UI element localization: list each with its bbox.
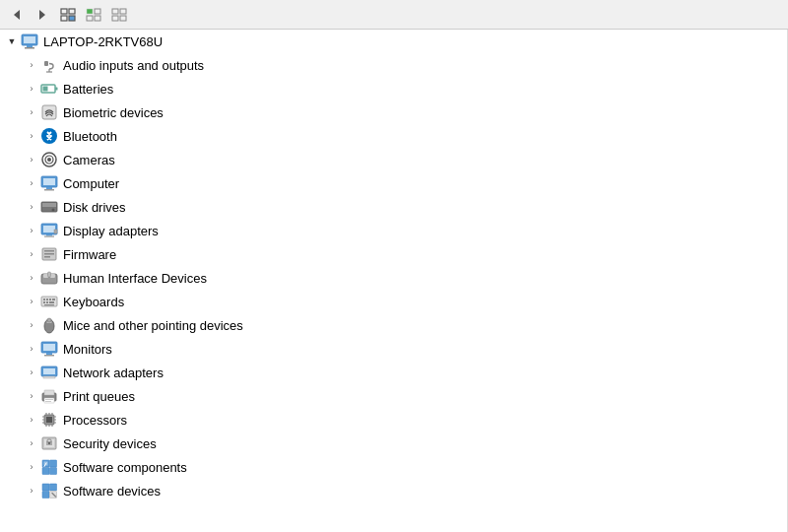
- tree-item-network[interactable]: › Network adapters: [0, 361, 787, 384]
- tree-panel[interactable]: ▼ LAPTOP-2RKTV68U ›: [0, 30, 788, 532]
- icon-audio: [39, 55, 59, 75]
- svg-rect-63: [46, 353, 52, 355]
- svg-rect-98: [42, 492, 49, 499]
- svg-rect-10: [112, 9, 118, 14]
- svg-rect-37: [43, 226, 55, 233]
- svg-rect-95: [50, 468, 57, 475]
- check-button[interactable]: [83, 4, 104, 26]
- forward-button[interactable]: [32, 4, 53, 26]
- svg-rect-54: [43, 301, 45, 303]
- chevron-softwarecomp: ›: [24, 459, 39, 475]
- svg-rect-9: [95, 16, 100, 21]
- svg-rect-16: [27, 45, 33, 47]
- chevron-mice: ›: [24, 317, 39, 333]
- label-firmware: Firmware: [63, 247, 116, 262]
- tree-item-hid[interactable]: › Human Interface Devices: [0, 266, 787, 290]
- expand-button[interactable]: [57, 4, 79, 26]
- root-icon: [20, 32, 39, 51]
- chevron-security: ›: [24, 435, 39, 451]
- icon-softwarecomp: [39, 457, 59, 477]
- svg-rect-67: [43, 376, 55, 378]
- chevron-print: ›: [24, 388, 39, 404]
- svg-point-28: [47, 158, 51, 162]
- chevron-monitors: ›: [24, 341, 39, 357]
- tree-item-mice[interactable]: › Mice and other pointing devices: [0, 313, 787, 337]
- chevron-keyboards: ›: [24, 294, 39, 309]
- tree-item-biometric[interactable]: › Biometric devices: [0, 100, 787, 124]
- tree-item-keyboards[interactable]: › Keyboards: [0, 290, 787, 313]
- chevron-bluetooth: ›: [24, 128, 39, 144]
- icon-processors: [39, 410, 59, 430]
- icon-keyboards: [39, 292, 59, 311]
- svg-rect-99: [50, 484, 57, 491]
- svg-rect-62: [43, 344, 55, 351]
- label-batteries: Batteries: [63, 82, 113, 97]
- svg-rect-31: [46, 187, 52, 189]
- main-area: ▼ LAPTOP-2RKTV68U ›: [0, 30, 788, 532]
- tree-item-softwarecomp[interactable]: › Software components: [0, 455, 787, 479]
- tree-item-processors[interactable]: › Proces: [0, 408, 787, 432]
- svg-rect-15: [24, 36, 35, 43]
- label-mice: Mice and other pointing devices: [63, 318, 243, 333]
- tree-item-batteries[interactable]: › Batteries: [0, 77, 787, 100]
- tree-item-firmware[interactable]: › Firmware: [0, 242, 787, 266]
- properties-button[interactable]: [108, 4, 130, 26]
- svg-rect-38: [46, 234, 52, 236]
- tree-item-computer[interactable]: › Computer: [0, 171, 787, 195]
- chevron-computer: ›: [24, 175, 39, 191]
- svg-rect-55: [46, 301, 48, 303]
- chevron-batteries: ›: [24, 81, 39, 97]
- root-node[interactable]: ▼ LAPTOP-2RKTV68U: [0, 30, 787, 53]
- label-network: Network adapters: [63, 366, 164, 380]
- label-bluetooth: Bluetooth: [63, 129, 117, 144]
- chevron-hid: ›: [24, 270, 39, 286]
- toolbar: [0, 0, 788, 30]
- svg-rect-51: [46, 299, 48, 300]
- svg-rect-23: [43, 87, 48, 92]
- icon-firmware: [39, 244, 59, 264]
- svg-point-60: [47, 318, 51, 322]
- tree-item-bluetooth[interactable]: › Bluetooth: [0, 124, 787, 148]
- icon-display: [39, 221, 59, 240]
- icon-biometric: [39, 102, 59, 122]
- tree-item-monitors[interactable]: › Monitors: [0, 337, 787, 361]
- chevron-softwaredev: ›: [24, 483, 39, 499]
- svg-marker-1: [39, 10, 45, 20]
- root-label: LAPTOP-2RKTV68U: [43, 34, 163, 49]
- chevron-network: ›: [24, 365, 39, 380]
- svg-rect-97: [42, 484, 49, 491]
- svg-rect-69: [44, 390, 54, 395]
- svg-rect-42: [44, 250, 54, 252]
- chevron-biometric: ›: [24, 104, 39, 120]
- icon-security: [39, 433, 59, 453]
- label-processors: Processors: [63, 413, 127, 428]
- svg-rect-30: [43, 178, 55, 185]
- svg-rect-53: [52, 299, 55, 300]
- svg-rect-72: [45, 401, 51, 402]
- tree-item-softwaredev[interactable]: › Software devices: [0, 479, 787, 502]
- svg-rect-32: [44, 189, 54, 191]
- tree-item-cameras[interactable]: › Cameras: [0, 148, 787, 171]
- svg-point-25: [41, 128, 57, 144]
- svg-rect-71: [45, 399, 53, 400]
- tree-item-security[interactable]: › Security devices: [0, 432, 787, 455]
- label-cameras: Cameras: [63, 153, 115, 167]
- label-softwaredev: Software devices: [63, 484, 161, 499]
- icon-print: [39, 386, 59, 406]
- tree-item-display[interactable]: › Display adapters: [0, 219, 787, 242]
- svg-rect-52: [49, 299, 51, 300]
- svg-rect-6: [87, 9, 93, 14]
- label-print: Print queues: [63, 389, 135, 404]
- chevron-audio: ›: [24, 57, 39, 73]
- svg-point-35: [52, 209, 55, 212]
- icon-monitors: [39, 339, 59, 359]
- tree-item-print[interactable]: › Print queues: [0, 384, 787, 408]
- label-hid: Human Interface Devices: [63, 271, 207, 286]
- chevron-disk: ›: [24, 199, 39, 215]
- icon-disk: [39, 197, 59, 217]
- label-monitors: Monitors: [63, 342, 112, 357]
- tree-item-disk[interactable]: › Disk drives: [0, 195, 787, 219]
- chevron-processors: ›: [24, 412, 39, 428]
- tree-item-audio[interactable]: › Audio inputs and outputs: [0, 53, 787, 77]
- back-button[interactable]: [6, 4, 28, 26]
